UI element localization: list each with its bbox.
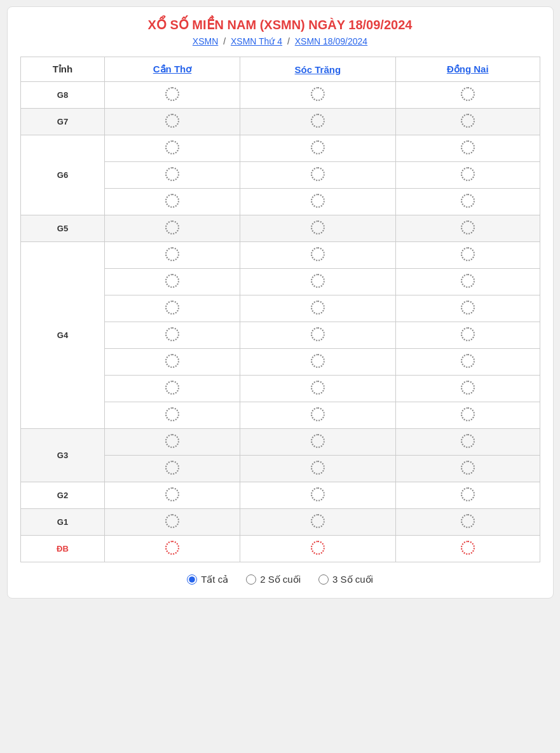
breadcrumb: XSMN / XSMN Thứ 4 / XSMN 18/09/2024 bbox=[20, 36, 540, 46]
g4-6-ct bbox=[105, 376, 240, 402]
g3-2-dn bbox=[395, 456, 540, 482]
g3-1-ct bbox=[105, 429, 240, 456]
table-row: G1 bbox=[20, 509, 540, 536]
spinner-g4-7-dn bbox=[461, 407, 475, 421]
filter-all-radio[interactable] bbox=[187, 574, 197, 585]
g5-st bbox=[240, 215, 395, 242]
spinner-db-ct bbox=[165, 541, 179, 555]
g4-5-dn bbox=[395, 349, 540, 376]
spinner-g1-dn bbox=[461, 514, 475, 528]
g6-2-dn bbox=[395, 162, 540, 189]
spinner-g4-3-st bbox=[311, 301, 325, 315]
g7-st bbox=[240, 109, 395, 135]
spinner-g4-6-st bbox=[311, 381, 325, 395]
g4-1-dn bbox=[395, 242, 540, 269]
g4-4-st bbox=[240, 322, 395, 349]
g3-1-dn bbox=[395, 429, 540, 456]
spinner-g4-1-st bbox=[311, 247, 325, 261]
spinner-g4-7-ct bbox=[165, 407, 179, 421]
breadcrumb-link-2[interactable]: XSMN Thứ 4 bbox=[231, 36, 282, 46]
db-dn bbox=[395, 536, 540, 562]
g4-7-dn bbox=[395, 402, 540, 429]
g1-dn bbox=[395, 509, 540, 536]
filter-options: Tất cả 2 Số cuối 3 Số cuối bbox=[20, 574, 540, 585]
table-row: G3 bbox=[20, 429, 540, 456]
table-row: G4 bbox=[20, 242, 540, 269]
filter-2so-radio[interactable] bbox=[246, 574, 256, 585]
spinner-g4-3-ct bbox=[165, 301, 179, 315]
breadcrumb-link-1[interactable]: XSMN bbox=[193, 36, 218, 46]
filter-all[interactable]: Tất cả bbox=[187, 574, 228, 585]
db-ct bbox=[105, 536, 240, 562]
spinner-g5-ct bbox=[165, 220, 179, 234]
g5-ct bbox=[105, 215, 240, 242]
g6-2-ct bbox=[105, 162, 240, 189]
spinner-db-st bbox=[311, 541, 325, 555]
g6-1-ct bbox=[105, 135, 240, 162]
g4-7-st bbox=[240, 402, 395, 429]
table-row: G7 bbox=[20, 109, 540, 135]
spinner-g3-2-dn bbox=[461, 461, 475, 475]
spinner-g3-2-st bbox=[311, 461, 325, 475]
table-row: G6 bbox=[20, 135, 540, 162]
spinner-g6-2-ct bbox=[165, 167, 179, 181]
g6-3-st bbox=[240, 189, 395, 215]
g2-ct bbox=[105, 482, 240, 509]
spinner-g4-6-dn bbox=[461, 381, 475, 395]
col-tinh: Tỉnh bbox=[20, 57, 105, 82]
breadcrumb-sep-2: / bbox=[287, 36, 292, 46]
g4-3-st bbox=[240, 295, 395, 322]
g4-3-dn bbox=[395, 295, 540, 322]
spinner-g3-2-ct bbox=[165, 461, 179, 475]
spinner-g4-4-ct bbox=[165, 327, 179, 341]
g7-ct bbox=[105, 109, 240, 135]
g3-2-st bbox=[240, 456, 395, 482]
page-title: XỔ SỐ MIỀN NAM (XSMN) NGÀY 18/09/2024 bbox=[20, 17, 540, 32]
g3-2-ct bbox=[105, 456, 240, 482]
g1-st bbox=[240, 509, 395, 536]
soc-trang-link[interactable]: Sóc Trăng bbox=[295, 64, 341, 75]
g6-1-dn bbox=[395, 135, 540, 162]
spinner-g6-1-st bbox=[311, 140, 325, 154]
spinner-g4-2-st bbox=[311, 274, 325, 288]
filter-3so-radio[interactable] bbox=[318, 574, 329, 585]
g3-1-st bbox=[240, 429, 395, 456]
dong-nai-link[interactable]: Đồng Nai bbox=[447, 64, 489, 74]
g1-ct bbox=[105, 509, 240, 536]
g2-st bbox=[240, 482, 395, 509]
spinner-g4-5-st bbox=[311, 354, 325, 368]
col-can-tho: Cần Thơ bbox=[105, 57, 240, 82]
spinner-g4-5-ct bbox=[165, 354, 179, 368]
spinner-g4-3-dn bbox=[461, 301, 475, 315]
breadcrumb-link-3[interactable]: XSMN 18/09/2024 bbox=[295, 36, 367, 46]
filter-3so[interactable]: 3 Số cuối bbox=[318, 574, 373, 585]
g4-2-dn bbox=[395, 269, 540, 295]
spinner-g2-ct bbox=[165, 487, 179, 501]
spinner-g7-st bbox=[311, 114, 325, 128]
spinner-g3-1-ct bbox=[165, 434, 179, 448]
spinner-db-dn bbox=[461, 541, 475, 555]
can-tho-link[interactable]: Cần Thơ bbox=[153, 64, 192, 74]
g5-dn bbox=[395, 215, 540, 242]
spinner-g6-1-ct bbox=[165, 140, 179, 154]
g4-2-st bbox=[240, 269, 395, 295]
spinner-g1-ct bbox=[165, 514, 179, 528]
g4-1-ct bbox=[105, 242, 240, 269]
grade-label: ĐB bbox=[20, 536, 105, 562]
spinner-g4-1-dn bbox=[461, 247, 475, 261]
g4-2-ct bbox=[105, 269, 240, 295]
spinner-g4-2-dn bbox=[461, 274, 475, 288]
spinner-g7-ct bbox=[165, 114, 179, 128]
g4-6-st bbox=[240, 376, 395, 402]
spinner-g5-dn bbox=[461, 220, 475, 234]
grade-label: G7 bbox=[20, 109, 105, 135]
spinner-g2-dn bbox=[461, 487, 475, 501]
filter-2so[interactable]: 2 Số cuối bbox=[246, 574, 301, 585]
filter-all-label: Tất cả bbox=[201, 574, 228, 585]
main-container: XỔ SỐ MIỀN NAM (XSMN) NGÀY 18/09/2024 XS… bbox=[7, 6, 554, 599]
spinner-g3-1-dn bbox=[461, 434, 475, 448]
g4-3-ct bbox=[105, 295, 240, 322]
spinner-g4-2-ct bbox=[165, 274, 179, 288]
spinner-g4-1-ct bbox=[165, 247, 179, 261]
breadcrumb-sep-1: / bbox=[223, 36, 228, 46]
